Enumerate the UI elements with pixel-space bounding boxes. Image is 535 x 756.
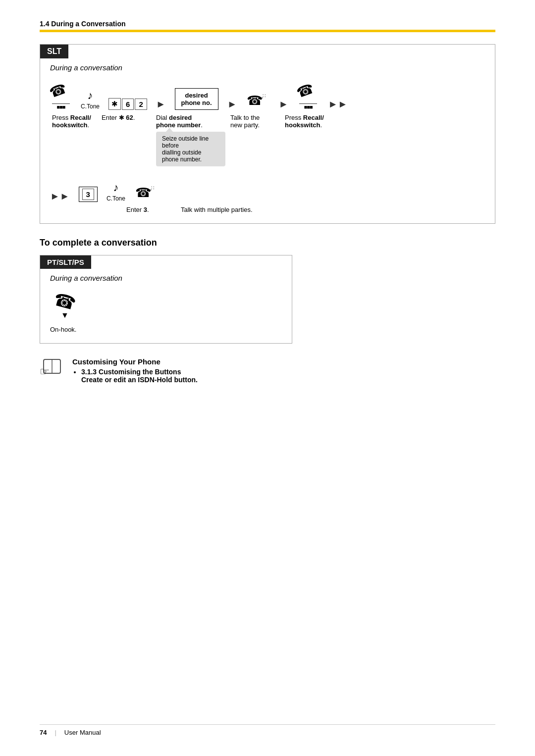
speakerphone-svg: ☎ ⎼ ∷ (246, 90, 269, 110)
slt-instruction-box: SLT During a conversation ☎ ■■■ ♪ C.Tone (40, 44, 495, 224)
phone-handset-icon: ☎ (50, 81, 72, 102)
desc-dial-desired: Dial desiredphone number. Seize outside … (146, 114, 225, 166)
desc-talk-new-party: Talk to thenew party. (225, 114, 280, 166)
onhook-phone-svg: ☎ ▼ (50, 291, 80, 318)
ptsltps-label: PT/SLT/PS (40, 255, 91, 269)
ptsltps-subtitle: During a conversation (50, 274, 282, 282)
complete-section-title: To complete a conversation (40, 238, 495, 248)
phone-onhook-start: ☎ ■■■ (50, 81, 72, 110)
key-group-star62: ✱ 6 2 (108, 98, 147, 110)
speaker-phone-icon: ☎ ⎼ ∷ (246, 90, 269, 110)
footer-page-number: 74 (40, 729, 47, 736)
note-section: ☞ Customising Your Phone 3.1.3 Customisi… (40, 357, 495, 385)
key-6: 6 (122, 99, 134, 110)
onhook-desc: On-hook. (50, 326, 282, 333)
desc-press-recall-1: Press Recall/hookswitch. (52, 114, 97, 166)
arrow-3: ► (278, 99, 288, 110)
onhook-phone-area: ☎ ▼ (50, 291, 282, 320)
note-bullet-1-create: Create or edit an ISDN-Hold button. (81, 376, 198, 384)
slt-label: SLT (40, 45, 68, 58)
key-group-3: 3 (79, 187, 98, 202)
note-bullet-1: 3.1.3 Customising the Buttons Create or … (81, 368, 198, 384)
note-icon: ☞ (40, 355, 65, 382)
double-arrow-2: ►► (50, 191, 70, 202)
desc-spacer (52, 206, 121, 213)
star-key: ✱ (108, 98, 121, 110)
svg-text:☞: ☞ (40, 365, 50, 377)
page-footer: 74 | User Manual (40, 724, 495, 736)
svg-text:☎: ☎ (50, 81, 69, 101)
key-3: 3 (82, 189, 94, 200)
note-content: Customising Your Phone 3.1.3 Customising… (72, 357, 198, 385)
desc-enter-star62: Enter ✱ 62. (97, 114, 146, 166)
arrow-1: ► (156, 99, 166, 110)
step-row-2: ►► 3 ♪ C.Tone ☎ ⎼ ∷ (50, 181, 485, 202)
double-arrow-1: ►► (328, 99, 348, 110)
callout-outside-line: Seize outside line beforedialling outsid… (156, 132, 225, 166)
ctone-icon-2: ♪ C.Tone (107, 181, 125, 202)
footer-label: User Manual (64, 729, 101, 736)
arrow-2: ► (227, 99, 237, 110)
svg-text:∷: ∷ (151, 185, 154, 191)
key-2: 2 (135, 99, 147, 110)
desired-label: desiredphone no. (181, 92, 212, 106)
note-title: Customising Your Phone (72, 357, 198, 366)
ptsltps-box: PT/SLT/PS During a conversation ☎ ▼ On-h… (40, 255, 292, 344)
slt-subtitle: During a conversation (50, 63, 485, 72)
ctone-label-1: C.Tone (81, 103, 100, 110)
section-title-14: 1.4 During a Conversation (40, 20, 495, 28)
desc-enter-3: Enter 3. (121, 206, 171, 213)
phone-onhook-end: ☎ ■■■ (297, 81, 319, 110)
note-list: 3.1.3 Customising the Buttons Create or … (81, 368, 198, 384)
speaker-phone-icon-2: ☎ ⎼ ∷ (134, 182, 158, 202)
desc-talk-multiple: Talk with multiple parties. (171, 206, 253, 213)
desc-press-recall-2: Press Recall/hookswitch. (280, 114, 339, 166)
phone-handset-icon-2: ☎ (297, 81, 319, 102)
yellow-divider (40, 30, 495, 32)
ctone-icon-1: ♪ C.Tone (81, 89, 100, 110)
svg-text:▼: ▼ (61, 311, 69, 318)
svg-text:∷: ∷ (263, 93, 266, 99)
note-bullet-1-bold: 3.1.3 Customising the Buttons (81, 368, 181, 376)
speakerphone-svg-2: ☎ ⎼ ∷ (134, 182, 158, 202)
svg-text:☎: ☎ (297, 81, 316, 101)
customising-icon: ☞ (40, 355, 65, 377)
ctone-label-2: C.Tone (107, 195, 125, 202)
footer-pipe: | (54, 729, 56, 736)
section-header: 1.4 During a Conversation (40, 20, 495, 32)
desired-phone-box: desiredphone no. (175, 88, 218, 110)
step-row-1: ☎ ■■■ ♪ C.Tone ✱ 6 2 (50, 81, 485, 110)
